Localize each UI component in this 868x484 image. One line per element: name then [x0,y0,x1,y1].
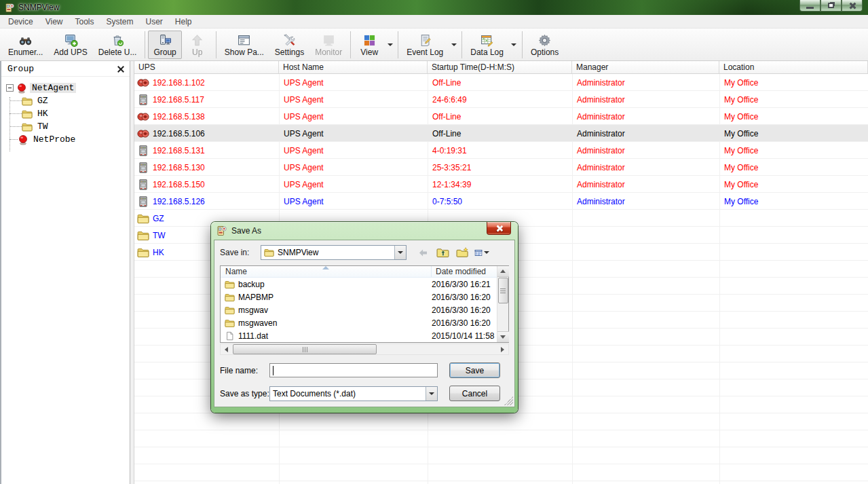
tree-item-tw[interactable]: TW [1,120,130,133]
menu-help[interactable]: Help [169,16,198,28]
scrollbar-thumb[interactable] [498,278,508,303]
vertical-scrollbar[interactable] [497,266,508,342]
file-row[interactable]: MAPBMP2016/3/30 16:20 [221,291,497,303]
table-row[interactable]: 192.168.5.138UPS AgentOff-LineAdministra… [134,108,868,125]
enumer-button[interactable]: Enumer... [3,31,48,59]
event-log-button[interactable]: Event Log [401,31,449,59]
file-name-label: MAPBMP [238,293,273,302]
restore-button[interactable] [820,0,842,12]
ups-cell: 192.168.5.150 [134,179,279,191]
save-button[interactable]: Save [449,362,500,378]
settings-icon [282,33,297,48]
tree-item-netprobe[interactable]: NetProbe [1,133,130,146]
scroll-up-button[interactable] [497,266,509,277]
ups-cell: 192.168.5.131 [134,145,279,157]
resize-grip[interactable] [504,396,513,405]
file-name: msgwaven [221,318,432,328]
table-row[interactable]: 192.168.5.117UPS Agent24-6:6:49Administr… [134,91,868,108]
table-row[interactable]: 192.168.5.130UPS Agent25-3:35:21Administ… [134,159,868,176]
table-row[interactable]: 192.168.1.102UPS AgentOff-LineAdministra… [134,74,868,91]
tree-item-netagent[interactable]: NetAgent [1,81,130,94]
host-name-cell: UPS Agent [279,129,428,138]
tree-item-gz[interactable]: GZ [1,94,130,107]
dialog-title: Save As [231,226,261,236]
view-dropdown-button[interactable] [385,31,395,59]
close-button[interactable] [842,0,863,12]
delete-u-button[interactable]: Delete U... [93,31,143,59]
back-button[interactable] [415,246,430,259]
file-row[interactable]: backup2016/3/30 16:21 [221,278,497,291]
save-in-dropdown-button[interactable] [394,246,406,259]
add-ups-button[interactable]: Add UPS [48,31,92,59]
table-row[interactable]: 192.168.5.150UPS Agent12-1:34:39Administ… [134,176,868,193]
toolbar-separator [216,31,216,58]
column-header-name[interactable]: Name [221,266,432,277]
triangle-up-icon [500,269,506,273]
cancel-button[interactable]: Cancel [449,386,500,401]
file-name-row: File name: Save [220,362,509,378]
dialog-title-bar[interactable]: Save As [214,222,515,240]
column-header-startup-time-d-h-m-s-[interactable]: Startup Time(D-H:M:S) [428,61,572,73]
column-header-manager[interactable]: Manager [572,61,719,73]
horizontal-scrollbar[interactable] [220,343,509,355]
event-log-dropdown-button[interactable] [449,31,459,59]
ups-cell: 192.168.5.138 [134,111,279,123]
file-row[interactable]: msgwaven2016/3/30 16:20 [221,316,497,329]
startup-time-cell: 12-1:34:39 [428,180,572,189]
ups-cell: 192.168.5.106 [134,128,279,140]
text-caret [273,366,273,375]
ups-ip: 192.168.5.106 [153,129,205,138]
restore-icon [828,3,834,8]
panel-close-icon[interactable] [117,65,124,73]
save-as-type-value: Text Documents (*.dat) [273,389,356,398]
scroll-left-button[interactable] [221,344,232,354]
chevron-down-icon [511,43,516,46]
minimize-button[interactable] [799,0,820,12]
file-row[interactable]: msgwav2016/3/30 16:20 [221,303,497,316]
folder-icon [22,96,33,107]
type-dropdown-button[interactable] [426,387,437,401]
column-header-date-modified[interactable]: Date modified [432,266,497,277]
data-log-button[interactable]: Data Log [465,31,509,59]
menu-user[interactable]: User [140,16,169,28]
agent-icon [16,83,27,94]
table-row[interactable]: 192.168.5.106UPS AgentOff-LineAdministra… [134,125,868,142]
file-name: backup [221,280,432,289]
menu-device[interactable]: Device [2,16,39,28]
column-header-ups[interactable]: UPS [134,61,279,73]
folder-icon [22,122,33,132]
new-folder-button[interactable] [455,246,470,259]
ups-ip: 192.168.5.150 [153,180,205,189]
data-log-dropdown-button[interactable] [509,31,519,59]
column-header-location[interactable]: Location [719,61,868,73]
scrollbar-thumb[interactable] [233,344,377,354]
tree-item-hk[interactable]: HK [1,107,130,120]
table-row[interactable]: 192.168.5.126UPS Agent0-7:5:50Administra… [134,193,868,210]
file-name-input[interactable] [269,363,438,377]
menu-tools[interactable]: Tools [69,16,100,28]
monitor-label: Monitor [315,48,342,57]
menu-view[interactable]: View [39,16,69,28]
menu-system[interactable]: System [100,16,140,28]
scroll-right-button[interactable] [497,344,508,354]
view-button[interactable]: View [354,31,385,59]
file-date-modified: 2016/3/30 16:20 [432,318,497,328]
view-menu-button[interactable] [474,246,489,259]
column-header-host-name[interactable]: Host Name [279,61,428,73]
save-in-combobox[interactable]: SNMPView [261,245,407,260]
table-row[interactable]: 192.168.5.131UPS Agent4-0:19:31Administr… [134,142,868,159]
options-label: Options [531,48,559,57]
title-bar[interactable]: SNMPView [0,0,868,15]
options-button[interactable]: Options [525,31,564,59]
column-header-label: Host Name [283,62,324,72]
close-icon [496,225,502,231]
settings-button[interactable]: Settings [269,31,309,59]
dialog-close-button[interactable] [487,222,511,235]
up-one-level-button[interactable] [435,246,450,259]
file-row[interactable]: 1111.dat2015/10/14 11:58 [221,329,497,342]
tree-expander-icon[interactable] [6,84,14,92]
show-pa-button[interactable]: Show Pa... [219,31,269,59]
save-as-type-combobox[interactable]: Text Documents (*.dat) [269,386,438,401]
scroll-down-button[interactable] [497,331,509,342]
group-button[interactable]: Group [148,31,181,59]
